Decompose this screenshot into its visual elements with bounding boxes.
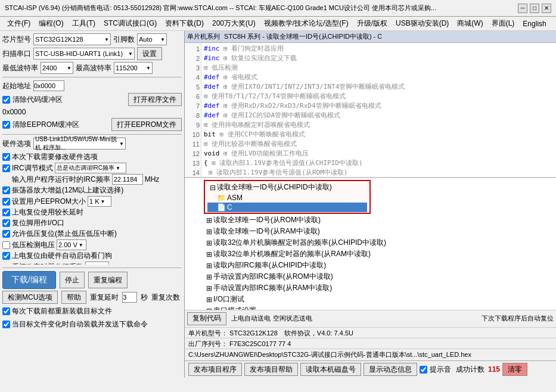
reprogram-button[interactable]: 重复编程 xyxy=(88,272,128,288)
min-rate-value: 2400 xyxy=(42,64,57,71)
clear-eeprom-checkbox[interactable] xyxy=(2,121,10,129)
highlighted-tree-box: ⊟ 读取全球唯一ID号(从CHIPID中读取) 📁 ASM 📄 C xyxy=(204,180,371,214)
tree-item-c[interactable]: 📄 C xyxy=(207,203,367,212)
menu-video[interactable]: 视频教学/技术论坛/选型(F) xyxy=(260,18,352,29)
close-button[interactable]: ✕ xyxy=(542,4,551,13)
watchdog-combo[interactable]: 256 ▼ xyxy=(85,262,109,265)
chip-value: STC32G12K128 xyxy=(35,36,83,43)
check-reload[interactable] xyxy=(2,307,10,315)
min-rate-combo[interactable]: 2400 ▼ xyxy=(41,62,73,74)
tree-item-irc-rom[interactable]: ⊞ 手动设置内部IRC频率(从ROM中读取) xyxy=(204,271,554,282)
check-auto[interactable] xyxy=(2,321,10,328)
tree-item-freq-chipid[interactable]: ⊞ 读取32位单片机脑唤醒定时器的频率(从CHIPID中读取) xyxy=(204,237,554,248)
tree-item-irc-ram-label: 手动设置内部IRC频率(从RAM中读取) xyxy=(213,283,332,293)
tree-item-chipid[interactable]: ⊟ 读取全球唯一ID号(从CHIPID中读取) xyxy=(207,182,367,193)
menu-upgrade[interactable]: 升级/版权 xyxy=(353,18,391,29)
menu-download[interactable]: 资料下载(D) xyxy=(161,18,207,29)
watchdog-value: 256 xyxy=(87,263,98,265)
clear-eeprom-label: 清除EEPROM缓冲区 xyxy=(13,120,79,130)
series-label: 单片机系列 xyxy=(187,33,220,40)
right-status: 下次下载程序后自动复位 xyxy=(482,314,554,323)
tree-item-asm-label: ASM xyxy=(227,194,243,202)
success-label: 成功计数 xyxy=(456,365,484,375)
tree-item-ram[interactable]: ⊞ 读取全球唯一ID号(从RAM中读取) xyxy=(204,226,554,237)
sound-checkbox[interactable] xyxy=(420,366,427,374)
max-rate-value: 115200 xyxy=(116,64,138,71)
help-button[interactable]: 帮助 xyxy=(61,291,86,304)
dynamic-info-button[interactable]: 显示动态信息 xyxy=(364,363,417,376)
check-5[interactable] xyxy=(2,219,10,227)
tree-item-rom[interactable]: ⊞ 读取全球唯一ID号(从ROM中读取) xyxy=(204,214,554,226)
tree-item-asm[interactable]: 📁 ASM xyxy=(207,193,367,203)
check-label-3: 设置用户EEPROM大小 xyxy=(12,197,86,207)
tree-item-irc-ram[interactable]: ⊞ 手动设置内部IRC频率(从RAM中读取) xyxy=(204,282,554,294)
irc-freq-input[interactable] xyxy=(112,174,143,185)
sound-label: 提示音 xyxy=(430,365,451,375)
menu-debug[interactable]: STC调试接口(G) xyxy=(100,18,160,29)
tree-item-uart[interactable]: ⊞ 串口模式设置 xyxy=(204,305,554,310)
check-6[interactable] xyxy=(2,230,10,238)
check-label-8: 上电复位由硬件自动启动看门狗 xyxy=(12,251,112,261)
download-button[interactable]: 下载/编程 xyxy=(2,271,56,289)
check-1[interactable] xyxy=(2,164,10,172)
right-panel: 单片机系列 STC8H 系列 - 读取全球唯一ID号(从CHIPID中读取) -… xyxy=(185,31,556,378)
chip-combo[interactable]: STC32G12K128 ▼ xyxy=(33,33,111,45)
code-line-6: ⊞ 使用T0/T1/T2/T3/T4管脚中断睡眠省电模式 xyxy=(204,92,554,101)
check-mcu-button[interactable]: 检测MCU选项 xyxy=(2,291,58,304)
menu-usb[interactable]: USB驱动安装(D) xyxy=(392,18,452,29)
clear-code-checkbox[interactable] xyxy=(2,96,10,104)
max-rate-combo[interactable]: 115200 ▼ xyxy=(114,62,153,74)
open-eeprom-button[interactable]: 打开EEPROM文件 xyxy=(111,118,182,131)
tree-item-irc-chipid[interactable]: ⊞ 读取内部IRC频率(从CHIPID中读取) xyxy=(204,260,554,271)
clear-eeprom-row: 清除EEPROM缓冲区 打开EEPROM文件 xyxy=(2,118,182,131)
voltage-combo[interactable]: 2.00 V ▼ xyxy=(57,239,86,250)
highlighted-tree-area: ⊟ 读取全球唯一ID号(从CHIPID中读取) 📁 ASM 📄 C xyxy=(185,178,556,310)
code-line-12: void ⊞ 使用LVD功能检测工作电压 xyxy=(204,149,554,158)
start-addr-input[interactable] xyxy=(33,80,64,91)
check-4[interactable] xyxy=(2,209,10,216)
scan-combo[interactable]: STC-USB-HID-UART1 (Link1) ▼ xyxy=(33,48,135,60)
line-num-3: 3 xyxy=(186,63,200,73)
code-content[interactable]: #inc ⊞ 看门狗定时器应用 #inc ⊞ 软复位实现自定义下载 ⊞ 低压检测… xyxy=(201,43,556,177)
hardware-combo[interactable]: USB-Link1D/U5W/U5W-Mini脱机 程序加... ▼ xyxy=(33,138,126,150)
publish-help-button[interactable]: 发布项目帮助 xyxy=(244,363,298,376)
line-numbers: 1 2 3 4 5 6 7 8 9 10 11 12 13 14 xyxy=(185,43,201,177)
clear-count-button[interactable]: 清零 xyxy=(502,363,527,376)
check-8[interactable] xyxy=(2,252,10,260)
setup-button[interactable]: 设置 xyxy=(137,47,162,60)
menu-award[interactable]: 200万大奖(U) xyxy=(209,18,259,29)
check-auto-label: 当目标文件变化时自动装载并发送下载命令 xyxy=(12,319,148,329)
menu-shop[interactable]: 商城(W) xyxy=(454,18,486,29)
check-2[interactable] xyxy=(2,186,10,194)
recheck-input[interactable] xyxy=(122,292,137,303)
menu-file[interactable]: 文件(F) xyxy=(4,18,34,29)
minimize-button[interactable]: ─ xyxy=(518,4,527,13)
check-row-6: 允许低压复位(禁止低压低压中断) xyxy=(2,229,182,239)
stop-button[interactable]: 停止 xyxy=(60,272,85,288)
menu-english[interactable]: English xyxy=(519,19,549,29)
menu-program[interactable]: 编程(O) xyxy=(35,18,67,29)
code-line-7: #def ⊞ 使用RxD/RxD2/RxD3/RxD4管脚中断睡眠省电模式 xyxy=(204,101,554,111)
clear-code-row: 清除代码缓冲区 打开程序文件 xyxy=(2,93,182,106)
open-prog-button[interactable]: 打开程序文件 xyxy=(128,93,182,106)
menu-tools[interactable]: 工具(T) xyxy=(69,18,99,29)
check-label-5: 复位脚用作I/O口 xyxy=(12,218,64,228)
chip-row: 芯片型号 STC32G12K128 ▼ 引脚数 Auto ▼ xyxy=(2,33,182,45)
tree-item-io[interactable]: ⊞ I/O口测试 xyxy=(204,294,554,305)
pin-combo[interactable]: Auto ▼ xyxy=(137,33,167,45)
check-row-0: 本次下载需要修改硬件选项 xyxy=(2,152,182,162)
menu-interface[interactable]: 界面(L) xyxy=(488,18,518,29)
publish-prog-button[interactable]: 发布项目程序 xyxy=(188,363,242,376)
code-area: 1 2 3 4 5 6 7 8 9 10 11 12 13 14 xyxy=(185,43,556,178)
tree-item-freq-ram[interactable]: ⊞ 读取32位单片机唤醒定时器的频率(从RAM中读取) xyxy=(204,248,554,260)
copy-button[interactable]: 复制代码 xyxy=(187,312,226,325)
read-disk-button[interactable]: 读取本机磁盘号 xyxy=(300,363,361,376)
eeprom-size-combo[interactable]: 1 K ▼ xyxy=(88,196,111,207)
check-3[interactable] xyxy=(2,198,10,206)
irc-unit: MHz xyxy=(145,175,160,183)
check-7[interactable] xyxy=(2,241,10,249)
check-0[interactable] xyxy=(2,153,10,161)
maximize-button[interactable]: □ xyxy=(530,4,539,13)
irc-mode-combo[interactable]: 总是动态调谐IRC频率 ▼ xyxy=(55,163,126,173)
eeprom-size-value: 1 K xyxy=(89,198,100,205)
